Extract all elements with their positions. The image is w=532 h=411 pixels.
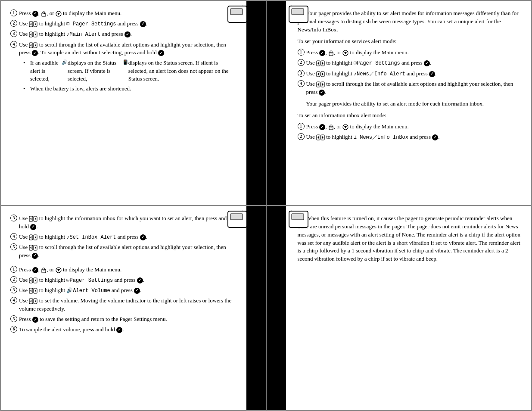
svg-rect-64 [42, 269, 46, 273]
pager-icon-top-right: ♪ ))) [267, 1, 310, 28]
black-bar-right-tl [246, 1, 266, 205]
step-bl-4: 4 Use to highlight ♪Set InBox Alert and … [10, 233, 236, 241]
panel-bottom-right-content: When this feature is turned on, it cause… [298, 215, 522, 263]
svg-text:))): ))) [269, 215, 274, 221]
step-bl2-text-5: Press ✓ to save the setting and return t… [19, 315, 167, 324]
black-bar-left-br [267, 206, 286, 410]
step-tl-2: 2 Use to highlight ⊞ Pager Settings and … [10, 20, 236, 28]
svg-rect-2 [230, 9, 243, 15]
step-tr-1: 1 Press ✓, , or to display the Main menu… [298, 49, 522, 57]
svg-rect-22 [292, 9, 304, 15]
panel-bottom-left: ♪ ))) 3 Use to highlight the information… [0, 206, 266, 411]
step-text-3: Use to highlight ♪Main Alert and press ✓… [19, 30, 132, 38]
tr-intro: Your pager provides the ability to set a… [298, 9, 522, 34]
step-bl2-text-3: Use to highlight 🔊Alert Volume and press… [19, 286, 141, 295]
panel-top-left-content: 1 Press ✓, , or to display the Main menu… [10, 9, 236, 93]
pager-icon-bottom-right: ♪ ))) [267, 206, 310, 233]
step-bl2-1: 1 Press ✓, , or to display the Main menu… [10, 266, 236, 274]
panel-top-right-content: Your pager provides the ability to set a… [298, 9, 522, 142]
svg-rect-4 [42, 13, 46, 16]
step-bl2-text-4: Use to set the volume. Moving the volume… [19, 297, 236, 313]
step-bl2-text-6: To sample the alert volume, press and ho… [19, 326, 124, 334]
step-num-4: 4 [10, 41, 17, 48]
step-bl-3: 3 Use to highlight the information inbox… [10, 215, 236, 231]
step-bl-text-5: Use to scroll through the list of availa… [19, 243, 236, 260]
step-num-2: 2 [10, 20, 17, 27]
tr-section2-title: To set an information inbox alert mode: [298, 112, 522, 120]
svg-text:))): ))) [247, 9, 252, 16]
step-tl-4: 4 Use to scroll through the list of avai… [10, 41, 236, 57]
svg-rect-50 [230, 214, 243, 220]
step-tr2-2: 2 Use to highlight i News／Info InBox and… [298, 133, 522, 141]
step-num-3: 3 [10, 30, 17, 37]
step-bl2-2: 2 Use to highlight ⊞Pager Settings and p… [10, 276, 236, 284]
page-grid: ♪ ))) 1 Press ✓, , or to display the Mai… [0, 0, 532, 411]
svg-rect-40 [329, 126, 333, 130]
step-text-4: Use to scroll through the list of availa… [19, 41, 236, 57]
bullet-list-tl: If an audible alert is selected, 🔊 displ… [23, 59, 236, 93]
step-text-2: Use to highlight ⊞ Pager Settings and pr… [19, 20, 147, 28]
step-tr-text-3: Use to highlight ♪News／Info Alert and pr… [306, 70, 437, 78]
step-bl2-text-2: Use to highlight ⊞Pager Settings and pre… [19, 276, 144, 284]
bullet-tl-2: When the battery is low, alerts are shor… [23, 85, 236, 93]
pager-icon-top-left: ♪ ))) [227, 1, 266, 28]
tr-section2-intro: Your pager provides the ability to set a… [298, 100, 522, 108]
step-bl2-text-1: Press ✓, , or to display the Main menu. [19, 266, 121, 274]
black-bar-right-bl [246, 206, 266, 410]
step-tl-3: 3 Use to highlight ♪Main Alert and press… [10, 30, 236, 38]
step-tr-2: 2 Use to highlight ⊞Pager Settings and p… [298, 59, 522, 67]
step-tr-text-2: Use to highlight ⊞Pager Settings and pre… [306, 59, 432, 67]
step-bl-text-3: Use to highlight the information inbox f… [19, 215, 236, 231]
step-num-1: 1 [10, 9, 17, 16]
step-tr-4: 4 Use to scroll through the list of avai… [298, 80, 522, 97]
step-tr2-1: 1 Press ✓, , or to display the Main menu… [298, 123, 522, 131]
step-tr2-text-2: Use to highlight i News／Info InBox and p… [306, 133, 440, 141]
panel-bottom-right: ♪ ))) When this feature is turned on, it… [266, 206, 532, 411]
pager-icon-bottom-left: ♪ ))) [227, 206, 266, 233]
step-tr2-text-1: Press ✓, , or to display the Main menu. [306, 123, 409, 131]
step-bl2-3: 3 Use to highlight 🔊Alert Volume and pre… [10, 286, 236, 295]
panel-top-right: ♪ ))) Your pager provides the ability to… [266, 0, 532, 206]
step-bl2-6: 6 To sample the alert volume, press and … [10, 326, 236, 334]
br-text: When this feature is turned on, it cause… [298, 215, 522, 263]
step-tr-text-1: Press ✓, , or to display the Main menu. [306, 49, 409, 57]
step-text-1: Press ✓, , or to display the Main menu. [19, 9, 121, 18]
tr-section1-title: To set your information services alert m… [298, 37, 522, 46]
step-bl2-5: 5 Press ✓ to save the setting and return… [10, 315, 236, 324]
panel-bottom-left-content: 3 Use to highlight the information inbox… [10, 215, 236, 334]
step-tl-1: 1 Press ✓, , or to display the Main menu… [10, 9, 236, 18]
step-bl2-4: 4 Use to set the volume. Moving the volu… [10, 297, 236, 313]
step-tr-text-4: Use to scroll through the list of availa… [306, 80, 522, 97]
svg-text:))): ))) [269, 9, 274, 16]
panel-top-left: ♪ ))) 1 Press ✓, , or to display the Mai… [0, 0, 266, 206]
step-bl-text-4: Use to highlight ♪Set InBox Alert and pr… [19, 233, 147, 241]
svg-text:))): ))) [247, 215, 252, 221]
svg-rect-82 [292, 214, 304, 220]
step-tr-3: 3 Use to highlight ♪News／Info Alert and … [298, 70, 522, 78]
svg-rect-24 [329, 52, 333, 56]
step-bl-5: 5 Use to scroll through the list of avai… [10, 243, 236, 260]
black-bar-left-tr [267, 1, 286, 205]
bullet-tl-1: If an audible alert is selected, 🔊 displ… [23, 59, 236, 83]
